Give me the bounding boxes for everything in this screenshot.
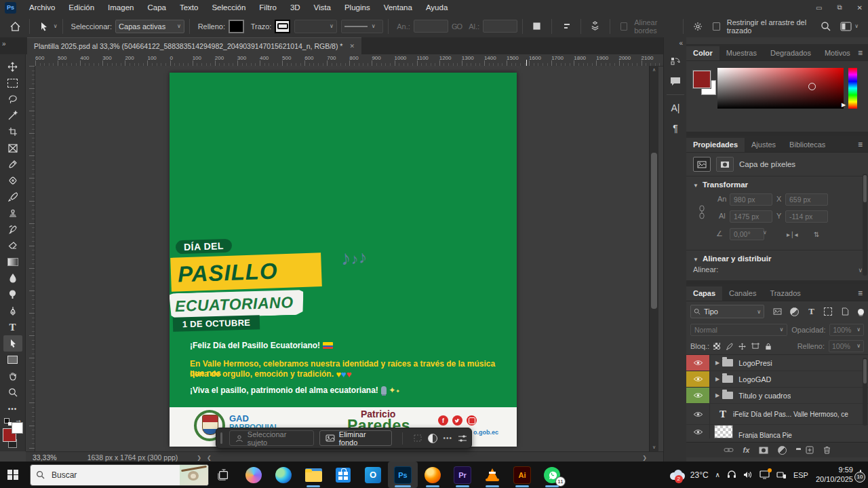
volume-tray-icon[interactable] [740, 470, 756, 479]
toolbar-collapse-icon[interactable]: » [2, 40, 6, 48]
firefox-icon[interactable] [418, 462, 448, 488]
pixel-layer-icon[interactable] [693, 157, 711, 172]
zoom-tool[interactable] [3, 384, 22, 400]
document-tab[interactable]: Plantilla 2025.psd al 33,3% (504664122_5… [27, 37, 361, 54]
hscroll-arrow-icon[interactable]: ❯ [642, 455, 647, 461]
character-panel-icon[interactable]: A| [667, 100, 684, 116]
photoshop-taskbar-icon[interactable]: Ps [388, 462, 418, 488]
visibility-eye-icon[interactable] [686, 388, 710, 403]
properties-scrollbar[interactable] [863, 174, 867, 276]
weather-widget[interactable]: 2 23°C [665, 470, 712, 481]
lock-position-icon[interactable] [738, 343, 746, 350]
path-selection-tool[interactable] [3, 335, 22, 352]
fill-swatch[interactable] [229, 20, 244, 33]
close-window-button[interactable]: ✕ [857, 4, 863, 12]
layer-name[interactable]: Titulo y cuadros [738, 392, 791, 400]
visibility-eye-icon[interactable] [686, 404, 710, 424]
expand-panels-icon[interactable]: « [679, 39, 683, 47]
layer-name[interactable]: iFeliz Día del Pas... Valle Hermoso, ce [733, 411, 848, 418]
layer-row-logopresi[interactable]: ▶ LogoPresi [686, 355, 868, 371]
headset-tray-icon[interactable] [724, 470, 740, 479]
lock-all-icon[interactable] [765, 343, 772, 350]
angle-chevron[interactable]: ∨ [763, 229, 767, 236]
crop-tool[interactable] [3, 124, 22, 140]
zoom-level[interactable]: 33,33% [33, 453, 57, 462]
add-mask-icon[interactable] [759, 447, 768, 454]
filter-pixel-layers-icon[interactable] [771, 305, 785, 318]
current-tool-icon[interactable] [35, 18, 54, 35]
remove-background-button[interactable]: Eliminar fondo [319, 430, 393, 446]
notification-center[interactable]: 10 [857, 470, 868, 480]
constrain-path-checkbox[interactable] [713, 22, 719, 31]
stroke-width-dropdown[interactable]: ∨ [294, 20, 337, 33]
dodge-tool[interactable] [3, 286, 22, 303]
tab-motivos[interactable]: Motivos [818, 46, 857, 60]
layer-name[interactable]: LogoPresi [738, 359, 772, 367]
whatsapp-icon[interactable]: 11 [537, 462, 567, 488]
blend-mode-dropdown[interactable]: Normal∨ [690, 324, 787, 336]
align-edges-checkbox[interactable] [620, 22, 627, 31]
eraser-tool[interactable] [3, 238, 22, 254]
group-expand-chevron[interactable]: ▶ [715, 360, 719, 366]
filter-shape-layers-icon[interactable] [821, 305, 835, 318]
start-button[interactable] [0, 462, 26, 488]
minimize-button[interactable]: ▭ [816, 4, 822, 12]
x-value[interactable]: 659 px [785, 193, 828, 206]
flip-horizontal-icon[interactable]: ▸|◂ [787, 231, 800, 238]
color-panel-menu-icon[interactable]: ≡ [858, 48, 863, 58]
edit-toolbar-icon[interactable]: ••• [3, 400, 22, 417]
search-icon[interactable] [821, 21, 831, 31]
visibility-eye-icon[interactable] [686, 355, 710, 371]
menu-item[interactable]: Edición [62, 0, 101, 15]
lock-transparency-icon[interactable] [713, 343, 720, 350]
vertical-scrollbar-thumb[interactable] [651, 153, 657, 309]
transform-icon[interactable] [413, 434, 422, 443]
menu-item[interactable]: Plugins [338, 0, 377, 15]
opacity-value[interactable]: 100%∨ [829, 324, 864, 336]
width-value[interactable]: 980 px [730, 193, 772, 206]
width-input[interactable] [414, 20, 448, 33]
tab-trazados[interactable]: Trazados [763, 286, 807, 301]
ctxbar-drag-handle[interactable] [220, 432, 222, 444]
filter-smart-objects-icon[interactable] [838, 305, 852, 318]
clock[interactable]: 9:59 20/10/2025 [812, 466, 857, 485]
fg-color-swatch[interactable] [693, 71, 711, 88]
document-canvas[interactable]: DÍA DEL PASILLO ♪♪♪ ECUATORIANO 1 DE OCT… [170, 73, 517, 447]
filter-adjustment-layers-icon[interactable] [788, 305, 802, 318]
hand-tool[interactable] [3, 368, 22, 384]
group-expand-chevron[interactable]: ▶ [715, 376, 719, 382]
outlook-icon[interactable]: O [358, 462, 388, 488]
layer-row-franja[interactable]: Franja Blanca Pie [686, 425, 868, 438]
layer-filtering-toggle[interactable] [858, 309, 864, 315]
history-brush-tool[interactable] [3, 221, 22, 238]
edge-icon[interactable] [269, 462, 298, 488]
tab-capas[interactable]: Capas [686, 286, 722, 301]
tab-canales[interactable]: Canales [722, 286, 763, 301]
tab-ajustes[interactable]: Ajustes [745, 138, 783, 152]
foreground-background-swatches[interactable] [3, 428, 23, 434]
vertical-scrollbar[interactable]: ∧ ∨ [649, 66, 658, 451]
screen-share-tray-icon[interactable] [756, 470, 773, 479]
align-panel-chevron[interactable]: ∨ [858, 267, 863, 274]
history-panel-icon[interactable] [667, 53, 684, 69]
menu-item[interactable]: Ayuda [419, 0, 454, 15]
select-subject-button[interactable]: Seleccionar sujeto [229, 430, 314, 446]
document-close-icon[interactable]: ✕ [349, 43, 355, 50]
blur-tool[interactable] [3, 270, 22, 286]
color-field[interactable] [717, 68, 844, 109]
properties-panel-menu-icon[interactable]: ≡ [858, 140, 863, 149]
link-dimensions-icon[interactable]: GO [452, 22, 462, 31]
tab-color[interactable]: Color [686, 46, 719, 60]
y-value[interactable]: -114 px [785, 210, 828, 223]
layer-name[interactable]: LogoGAD [738, 375, 771, 383]
brush-tool[interactable] [3, 189, 22, 205]
frame-tool[interactable] [3, 140, 22, 156]
delete-layer-icon[interactable] [823, 446, 831, 454]
workspace-switcher[interactable]: ∨ [840, 22, 859, 31]
vlc-icon[interactable] [477, 462, 507, 488]
layer-filter-search[interactable]: Tipo ∨ [690, 305, 764, 318]
premiere-icon[interactable]: Pr [448, 462, 477, 488]
path-operations-icon[interactable] [528, 18, 547, 35]
taskbar-search[interactable] [30, 464, 209, 486]
menu-item[interactable]: Archivo [22, 0, 62, 15]
